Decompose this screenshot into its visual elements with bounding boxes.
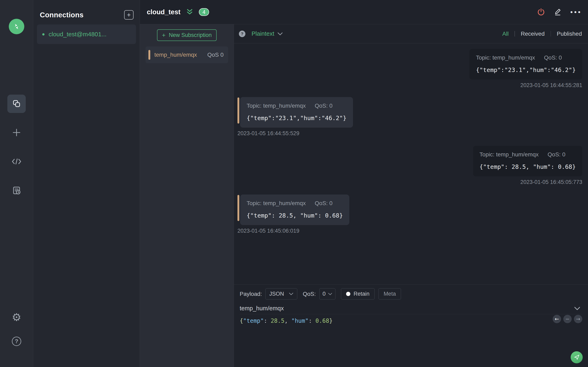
message-payload: {"temp":"23.1","hum":"46.2"} (247, 115, 346, 122)
message-payload: {"temp": 28.5, "hum": 0.68} (247, 212, 343, 219)
history-prev-button[interactable]: ← (553, 315, 561, 323)
edit-connection-button[interactable] (554, 8, 562, 16)
message-qos: QoS: 0 (315, 103, 332, 109)
message-published: Topic: temp_hum/emqx QoS: 0 {"temp": 28.… (237, 146, 582, 185)
retain-label: Retain (354, 291, 370, 297)
payload-editor[interactable]: {"temp": 28.5, "hum": 0.68} (240, 317, 582, 324)
message-received: Topic: temp_hum/emqx QoS: 0 {"temp":"23.… (237, 97, 582, 137)
message-payload: {"temp":"23.1","hum":"46.2"} (476, 67, 576, 73)
subscription-color-bar (148, 50, 150, 60)
message-bubble[interactable]: Topic: temp_hum/emqx QoS: 0 {"temp": 28.… (473, 146, 582, 176)
chevron-down-icon (328, 292, 332, 295)
retain-toggle[interactable]: Retain (341, 288, 375, 300)
publish-panel: Payload: JSON QoS: 0 Retain (234, 284, 588, 367)
message-topic: Topic: temp_hum/emqx (247, 103, 306, 109)
unread-count-badge: 4 (199, 8, 209, 16)
message-qos: QoS: 0 (544, 54, 562, 61)
payload-token: : (309, 317, 315, 324)
messages-toolbar: ? Plaintext All Received Published (234, 24, 588, 43)
gear-icon: ⚙ (12, 312, 21, 323)
topic-input[interactable]: temp_hum/emqx (240, 303, 582, 314)
qos-value: 0 (323, 291, 326, 297)
message-timestamp: 2023-01-05 16:45:05:773 (520, 179, 582, 185)
nav-script-button[interactable] (7, 152, 26, 171)
subscription-item[interactable]: temp_hum/emqx QoS 0 (146, 47, 228, 63)
activity-nav (7, 95, 26, 200)
connection-list-item[interactable]: cloud_test@m4801... (37, 25, 136, 44)
nav-log-button[interactable] (7, 182, 26, 200)
page-title: cloud_test (147, 8, 181, 16)
connected-status-dot (42, 33, 44, 35)
settings-button[interactable]: ⚙ (10, 311, 23, 323)
plus-icon: + (162, 32, 165, 38)
mqttx-window: ⚙ ? Connections + cloud_test@m4801... cl… (0, 0, 588, 367)
chevron-down-icon (289, 292, 293, 295)
more-options-button[interactable]: ••• (570, 8, 582, 16)
retain-toggle-dot (346, 292, 350, 296)
content-area: + New Subscription temp_hum/emqx QoS 0 ?… (140, 24, 588, 367)
mqttx-logo-icon (9, 19, 24, 34)
meta-button[interactable]: Meta (379, 288, 401, 300)
payload-token: 0.68 (315, 317, 329, 324)
filter-all[interactable]: All (502, 31, 509, 37)
message-received: Topic: temp_hum/emqx QoS: 0 {"temp": 28.… (237, 194, 582, 234)
nav-connections-button[interactable] (7, 95, 26, 113)
connections-panel: Connections + cloud_test@m4801... (33, 0, 140, 367)
connections-panel-header: Connections + (33, 0, 140, 24)
header-actions: ••• (537, 8, 582, 17)
payload-label: Payload: (240, 291, 262, 297)
payload-format-value: JSON (269, 291, 284, 297)
new-subscription-button[interactable]: + New Subscription (157, 29, 217, 41)
main-area: cloud_test 4 (140, 0, 588, 367)
qos-select[interactable]: 0 (319, 288, 336, 300)
pencil-icon (554, 8, 562, 16)
message-published: Topic: temp_hum/emqx QoS: 0 {"temp":"23.… (237, 49, 582, 89)
payload-token: , (285, 317, 291, 324)
message-filters: All Received Published (502, 31, 582, 37)
disconnect-button[interactable] (537, 8, 545, 17)
collapse-messages-icon[interactable] (186, 8, 194, 16)
add-connection-button[interactable]: + (124, 10, 134, 20)
filter-received[interactable]: Received (521, 31, 545, 37)
payload-token: 28.5 (271, 317, 285, 324)
chevron-down-icon (574, 307, 580, 310)
message-bubble[interactable]: Topic: temp_hum/emqx QoS: 0 {"temp": 28.… (240, 194, 349, 225)
payload-token: "temp" (243, 317, 264, 324)
message-timestamp: 2023-01-05 16:44:55:281 (520, 82, 582, 89)
message-list[interactable]: Topic: temp_hum/emqx QoS: 0 {"temp":"23.… (234, 43, 588, 284)
message-topic: Topic: temp_hum/emqx (476, 54, 535, 61)
send-icon (574, 354, 580, 361)
send-button[interactable] (571, 351, 583, 363)
message-payload: {"temp": 28.5, "hum": 0.68} (480, 163, 576, 170)
help-button[interactable]: ? (10, 335, 23, 347)
messages-column: ? Plaintext All Received Published (234, 24, 588, 367)
connection-name: cloud_test@m4801... (49, 31, 107, 38)
subscription-topic: temp_hum/emqx (154, 52, 197, 58)
ellipsis-icon: ••• (570, 8, 582, 16)
connections-title: Connections (40, 11, 84, 19)
payload-format-value: Plaintext (251, 30, 274, 37)
filter-separator (515, 31, 515, 36)
plus-icon (12, 128, 21, 138)
subscriptions-column: + New Subscription temp_hum/emqx QoS 0 (140, 24, 234, 367)
history-next-button[interactable]: → (574, 315, 582, 323)
nav-new-connection-button[interactable] (7, 124, 26, 142)
qos-label: QoS: (303, 291, 316, 297)
activity-bar: ⚙ ? (0, 0, 33, 367)
message-bubble[interactable]: Topic: temp_hum/emqx QoS: 0 {"temp":"23.… (240, 97, 353, 128)
log-file-icon (12, 186, 21, 196)
connection-header: cloud_test 4 (140, 0, 588, 24)
payload-format-dropdown[interactable]: Plaintext (251, 30, 283, 37)
message-history-nav: ← − → (553, 315, 582, 323)
filter-separator (551, 31, 551, 36)
history-clear-button[interactable]: − (563, 315, 572, 323)
filter-published[interactable]: Published (557, 31, 582, 37)
payload-format-select[interactable]: JSON (265, 288, 297, 300)
message-color-bar (237, 98, 239, 124)
message-timestamp: 2023-01-05 16:45:06:019 (237, 228, 299, 234)
collapse-editor-icon[interactable] (574, 307, 580, 310)
format-help-icon[interactable]: ? (239, 31, 245, 37)
subscription-qos: QoS 0 (208, 52, 224, 58)
payload-token: { (240, 317, 243, 324)
message-bubble[interactable]: Topic: temp_hum/emqx QoS: 0 {"temp":"23.… (469, 49, 582, 80)
